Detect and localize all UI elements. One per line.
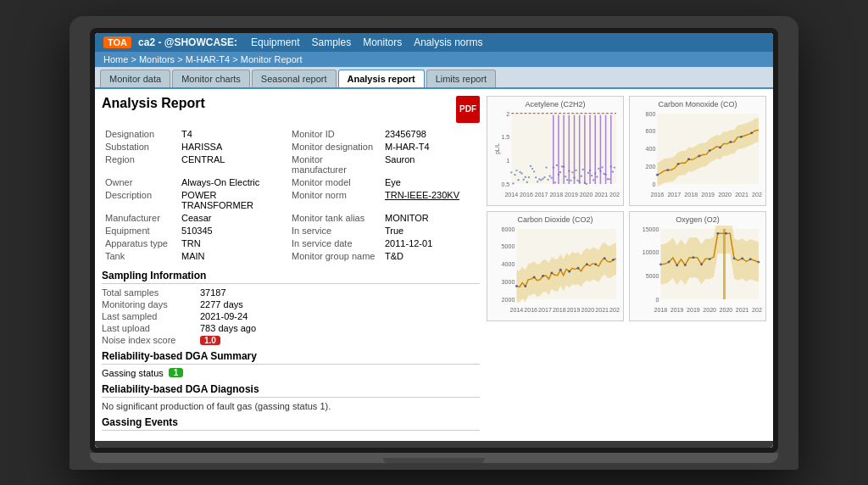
svg-text:600: 600: [646, 128, 656, 134]
nav-monitors[interactable]: Monitors: [363, 36, 402, 48]
info-label2: In service date: [288, 237, 381, 250]
info-value: HARISSA: [178, 141, 288, 153]
svg-point-116: [542, 275, 544, 277]
svg-text:3000: 3000: [502, 279, 515, 285]
svg-text:2018: 2018: [553, 307, 566, 313]
svg-point-52: [598, 167, 599, 169]
svg-text:5000: 5000: [646, 273, 659, 279]
pdf-icon[interactable]: PDF: [456, 96, 480, 123]
info-label2: Monitor manufacturer: [288, 153, 381, 176]
svg-point-40: [576, 179, 578, 181]
svg-point-18: [538, 178, 540, 180]
svg-point-17: [537, 181, 538, 182]
svg-point-92: [687, 158, 690, 160]
svg-point-121: [586, 263, 588, 265]
svg-point-3: [512, 182, 514, 184]
tab-monitor-data[interactable]: Monitor data: [100, 70, 170, 87]
info-label2: Monitor model: [288, 176, 381, 189]
svg-point-27: [554, 181, 556, 183]
svg-point-115: [533, 276, 536, 278]
info-value: T4: [178, 128, 288, 141]
info-label: Equipment: [102, 225, 178, 237]
svg-point-9: [523, 178, 525, 180]
sampling-row-label: Total samples: [102, 287, 195, 298]
screen: TOA ca2 - @SHOWCASE: Equipment Samples M…: [95, 33, 773, 448]
nav-equipment[interactable]: Equipment: [251, 36, 299, 48]
svg-point-98: [750, 131, 753, 134]
svg-point-31: [561, 165, 563, 167]
nav-samples[interactable]: Samples: [311, 36, 351, 48]
chart-title: Acetylene (C2H2): [491, 100, 620, 109]
sampling-row-value: 2021-09-24: [200, 311, 248, 321]
tab-monitor-charts[interactable]: Monitor charts: [172, 70, 250, 87]
info-value: Ceasar: [178, 212, 288, 225]
screen-bottom-bar: [95, 441, 773, 448]
nav-analysis-norms[interactable]: Analysis norms: [414, 36, 482, 48]
sampling-row-value: 2277 days: [200, 299, 243, 309]
svg-point-48: [591, 174, 593, 176]
tab-analysis-report[interactable]: Analysis report: [338, 70, 425, 87]
svg-point-58: [608, 178, 609, 180]
chart-svg: 2014201620172018201920202021202220003000…: [491, 226, 620, 314]
breadcrumb-home[interactable]: Home: [103, 54, 128, 64]
svg-point-5: [515, 169, 517, 170]
svg-text:2016: 2016: [520, 192, 533, 198]
svg-point-25: [550, 176, 552, 178]
svg-point-37: [571, 171, 573, 173]
breadcrumb-mhart4[interactable]: M-HAR-T4: [186, 54, 231, 64]
svg-point-21: [543, 176, 545, 178]
svg-point-90: [666, 169, 669, 171]
info-table-row: DescriptionPOWER TRANSFORMERMonitor norm…: [102, 189, 480, 212]
svg-point-24: [548, 175, 550, 176]
chart-title: Carbon Monoxide (CO): [633, 100, 762, 109]
chart-box-carbon-dioxide-(co2): Carbon Dioxide (CO2)20142016201720182019…: [487, 211, 624, 321]
svg-text:2019: 2019: [670, 307, 684, 313]
charts-grid: Acetylene (C2H2)201420162017201820192020…: [487, 96, 766, 321]
svg-text:2022: 2022: [752, 307, 762, 313]
svg-point-148: [716, 231, 719, 234]
svg-point-117: [550, 271, 553, 274]
svg-text:2018: 2018: [654, 307, 668, 313]
nav-links: Equipment Samples Monitors Analysis norm…: [251, 36, 482, 48]
info-table-row: TankMAINMonitor group nameT&D: [102, 250, 480, 263]
sampling-row: Noise index score1.0: [102, 335, 480, 345]
noise-index-badge: 1.0: [200, 336, 220, 345]
info-label2: Monitor group name: [288, 250, 381, 263]
info-table-row: SubstationHARISSAMonitor designationM-HA…: [102, 141, 480, 153]
svg-point-122: [594, 263, 597, 265]
svg-point-13: [530, 164, 531, 166]
sampling-row-value: 37187: [200, 287, 226, 298]
svg-point-143: [676, 264, 678, 266]
svg-point-61: [614, 166, 615, 168]
svg-point-16: [535, 176, 537, 178]
svg-text:2019: 2019: [701, 192, 715, 198]
sampling-row-label: Monitoring days: [102, 299, 195, 309]
svg-point-97: [740, 136, 743, 138]
info-label: Designation: [102, 128, 178, 141]
tab-seasonal-report[interactable]: Seasonal report: [252, 70, 337, 87]
svg-text:10000: 10000: [643, 249, 659, 255]
svg-text:2022: 2022: [609, 192, 620, 198]
info-value2[interactable]: TRN-IEEE-230KV: [381, 189, 480, 212]
svg-point-22: [545, 166, 547, 168]
svg-text:800: 800: [646, 110, 656, 116]
chart-title: Oxygen (O2): [633, 215, 762, 224]
svg-point-94: [709, 149, 711, 152]
svg-point-55: [603, 172, 604, 174]
svg-point-145: [692, 256, 694, 259]
diagnosis-text: No significant production of fault gas (…: [102, 401, 480, 411]
svg-text:2017: 2017: [535, 192, 548, 198]
info-label: Description: [102, 189, 178, 212]
sampling-row: Monitoring days2277 days: [102, 299, 480, 309]
svg-point-45: [586, 182, 587, 184]
info-table: DesignationT4Monitor ID23456798Substatio…: [102, 128, 480, 263]
info-label: Manufacturer: [102, 212, 178, 225]
svg-text:2020: 2020: [580, 192, 593, 198]
breadcrumb-monitors[interactable]: Monitors: [139, 54, 175, 64]
svg-point-60: [612, 170, 614, 172]
app-title: ca2 - @SHOWCASE:: [138, 36, 237, 48]
svg-point-91: [677, 162, 680, 164]
svg-point-28: [556, 164, 558, 165]
svg-text:2019: 2019: [687, 307, 700, 313]
tab-limits-report[interactable]: Limits report: [426, 70, 497, 87]
